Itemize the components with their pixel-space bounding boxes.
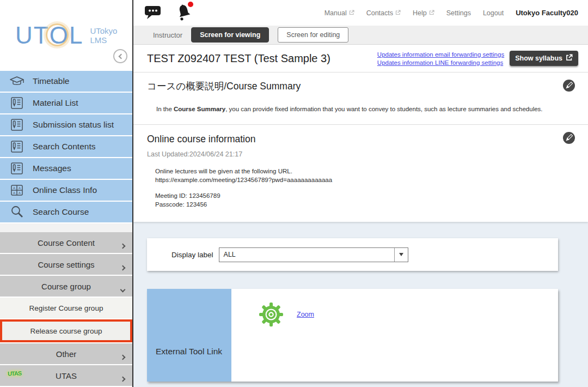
utol-app: UTOL UTokyoLMS Timetable Material List S… — [0, 0, 588, 387]
sidebar-item-label: Online Class Info — [33, 185, 97, 195]
document-list-icon — [9, 162, 25, 175]
meeting-id: Meeting ID: 123456789 — [155, 191, 555, 200]
external-tool-link-label: External Tool Link — [156, 347, 222, 356]
document-list-icon — [9, 118, 25, 131]
external-tool-link-card: External Tool Link — [147, 289, 558, 382]
sidebar-item-label: Search Course — [33, 207, 89, 217]
utas-logo-icon: UTAS — [8, 370, 22, 377]
online-course-details: Online lectures will be given at the fol… — [155, 167, 555, 209]
sidebar: UTOL UTokyoLMS Timetable Material List S… — [0, 0, 133, 387]
notifications-bell-icon[interactable] — [176, 3, 192, 23]
sidebar-item-online-class-info[interactable]: AAAA Online Class Info — [0, 180, 132, 201]
sidebar-item-material-list[interactable]: Material List — [0, 93, 132, 113]
role-label: Instructor — [153, 31, 182, 39]
mode-bar: Instructor Screen for viewing Screen for… — [133, 26, 588, 45]
main-content: Manual Contacts Help Settings Logout Uto… — [133, 0, 588, 387]
graduation-cap-icon — [9, 75, 25, 88]
magnifier-icon — [9, 205, 25, 219]
sidebar-group-course-group[interactable]: Course group — [0, 276, 132, 297]
display-label-caption: Display label — [171, 251, 213, 259]
utol-logo-text: UTOL — [15, 22, 83, 49]
screen-for-viewing-button[interactable]: Screen for viewing — [191, 27, 269, 43]
logo-subtitle: UTokyoLMS — [90, 26, 117, 45]
external-link-icon — [429, 9, 434, 17]
nav-manual[interactable]: Manual — [324, 9, 354, 17]
sidebar-group-course-settings[interactable]: Course settings — [0, 254, 132, 275]
sidebar-subitem-release-course-group[interactable]: Release course group — [0, 319, 132, 342]
external-link-icon — [349, 9, 354, 17]
line-forwarding-settings-link[interactable]: Updates information LINE forwarding sett… — [377, 59, 504, 66]
chevron-down-icon[interactable] — [394, 248, 408, 262]
online-course-info-heading: Online course information — [147, 134, 555, 145]
sidebar-item-search-course[interactable]: Search Course — [0, 202, 132, 222]
sidebar-subitem-register-course-group[interactable]: Register Course group — [0, 298, 132, 318]
display-label-selected-value: ALL — [219, 251, 394, 258]
chevron-right-icon — [121, 262, 125, 272]
email-forwarding-settings-link[interactable]: Updates information email forwarding set… — [377, 51, 504, 58]
chevron-right-icon — [121, 240, 125, 250]
chevron-down-icon — [121, 284, 125, 294]
external-tool-link-side: External Tool Link — [147, 289, 231, 382]
logo-area: UTOL UTokyoLMS — [0, 0, 132, 71]
course-summary-description: In the Course Summary, you can provide f… — [156, 106, 555, 112]
messages-bubble-icon[interactable] — [144, 4, 162, 22]
meeting-url: https://example.com/meeting/123456789?pw… — [155, 176, 555, 184]
screen-for-editing-button[interactable]: Screen for editing — [278, 27, 348, 43]
online-course-info-panel: Online course information Last Updated:2… — [133, 124, 588, 222]
sidebar-group-utas[interactable]: UTAS UTAS — [0, 365, 132, 386]
utol-logo: UTOL UTokyoLMS — [15, 22, 117, 49]
online-lecture-intro: Online lectures will be given at the fol… — [155, 167, 555, 176]
sidebar-collapse-button[interactable] — [113, 49, 127, 63]
course-title: TEST Z092407 TEST (Test Sample 3) — [147, 52, 377, 65]
external-link-icon — [395, 9, 401, 17]
nav-help[interactable]: Help — [413, 9, 434, 17]
svg-text:A: A — [19, 191, 21, 195]
edit-course-summary-button[interactable] — [563, 80, 575, 92]
arrow-left-icon — [119, 53, 124, 59]
chevron-right-icon — [121, 352, 125, 361]
chevron-right-icon — [121, 373, 125, 383]
course-summary-panel: コースの概要説明/Course Summary In the Course Su… — [133, 72, 588, 124]
svg-text:A: A — [13, 191, 15, 195]
course-summary-heading: コースの概要説明/Course Summary — [147, 80, 555, 93]
sidebar-gap — [0, 223, 132, 232]
passcode: Passcode: 123456 — [155, 200, 555, 209]
external-link-icon — [566, 54, 573, 63]
external-tool-link-body: Zoom — [231, 289, 558, 382]
sidebar-item-search-contents[interactable]: Search Contents — [0, 136, 132, 157]
top-bar: Manual Contacts Help Settings Logout Uto… — [133, 0, 588, 26]
sidebar-item-label: Search Contents — [33, 142, 95, 152]
sidebar-item-label: Messages — [33, 164, 71, 173]
sidebar-group-course-content[interactable]: Course Content — [0, 232, 132, 253]
video-grid-icon: AAAA — [9, 184, 25, 197]
notification-badge — [188, 2, 193, 7]
document-list-icon — [9, 140, 25, 153]
nav-settings[interactable]: Settings — [446, 9, 471, 17]
current-user: Utokyo Faculty020 — [516, 9, 578, 17]
edit-online-course-info-button[interactable] — [563, 132, 575, 144]
sidebar-item-label: Material List — [33, 98, 78, 108]
sidebar-item-label: Timetable — [33, 76, 69, 86]
display-label-select[interactable]: ALL — [219, 247, 408, 262]
zoom-gear-icon — [259, 302, 284, 329]
logo-o-rings: O — [50, 22, 69, 49]
last-updated-label: Last Updated:2024/06/24 21:17 — [147, 150, 555, 158]
display-label-filter-card: Display label ALL — [147, 238, 558, 271]
lower-area: Display label ALL External Tool Link — [133, 222, 588, 387]
sidebar-group-other[interactable]: Other — [0, 343, 132, 364]
svg-text:A: A — [13, 186, 15, 190]
top-navigation: Manual Contacts Help Settings Logout Uto… — [324, 9, 578, 17]
show-syllabus-button[interactable]: Show syllabus — [510, 51, 578, 66]
topbar-icons — [144, 3, 192, 23]
nav-contacts[interactable]: Contacts — [366, 9, 401, 17]
document-list-icon — [9, 96, 25, 110]
zoom-link[interactable]: Zoom — [297, 311, 314, 318]
nav-logout[interactable]: Logout — [483, 9, 504, 17]
course-header: TEST Z092407 TEST (Test Sample 3) Update… — [133, 45, 588, 72]
sidebar-item-timetable[interactable]: Timetable — [0, 71, 132, 92]
svg-text:A: A — [19, 186, 21, 190]
forwarding-links: Updates information email forwarding set… — [377, 51, 504, 66]
sidebar-item-submission-status-list[interactable]: Submission status list — [0, 114, 132, 135]
sidebar-item-messages[interactable]: Messages — [0, 158, 132, 179]
sidebar-item-label: Submission status list — [33, 120, 114, 130]
